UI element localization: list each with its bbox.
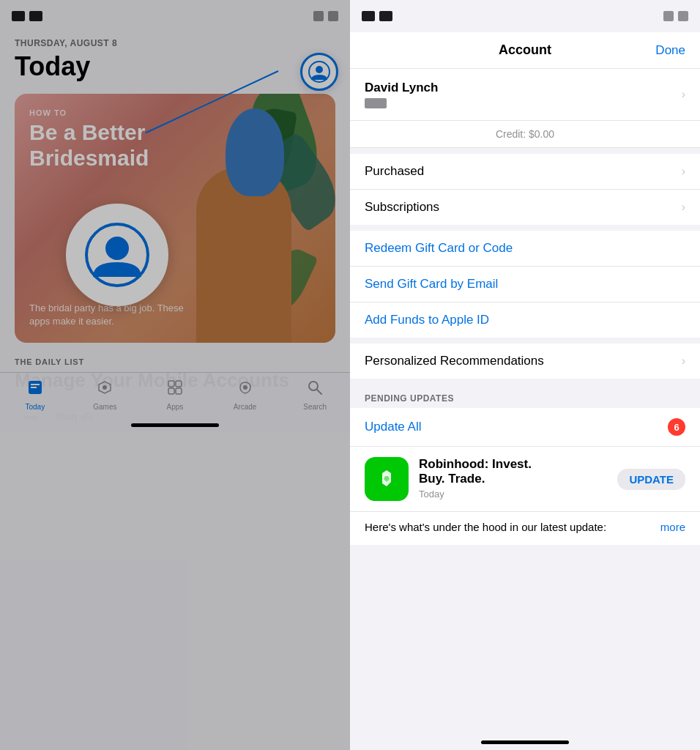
- subscriptions-label: Subscriptions: [365, 200, 439, 215]
- purchases-section: Purchased › Subscriptions ›: [350, 154, 700, 225]
- status-right-icons: [663, 11, 688, 21]
- wifi-icon-right: [678, 11, 688, 21]
- robinhood-icon-svg: [373, 466, 400, 492]
- robinhood-name-line1: Robinhood: Invest.: [419, 457, 607, 472]
- pending-header: PENDING UPDATES: [350, 385, 700, 408]
- purchased-row[interactable]: Purchased ›: [350, 154, 700, 190]
- status-bar-right: [350, 0, 700, 32]
- right-panel: Account Done David Lynch › Credit: $0.00…: [350, 0, 700, 750]
- redeem-label: Redeem Gift Card or Code: [365, 241, 513, 256]
- user-row-chevron: ›: [682, 88, 685, 101]
- blue-actions-section: Redeem Gift Card or Code Send Gift Card …: [350, 231, 700, 338]
- subscriptions-row[interactable]: Subscriptions ›: [350, 190, 700, 225]
- recommendations-label: Personalized Recommendations: [365, 354, 544, 368]
- done-button[interactable]: Done: [655, 43, 685, 58]
- redeem-row[interactable]: Redeem Gift Card or Code: [350, 231, 700, 267]
- recommendations-section: Personalized Recommendations ›: [350, 344, 700, 379]
- robinhood-name-line2: Buy. Trade.: [419, 472, 607, 486]
- account-header-title: Account: [499, 42, 551, 58]
- recommendations-row[interactable]: Personalized Recommendations ›: [350, 344, 700, 379]
- subscriptions-chevron: ›: [682, 201, 685, 214]
- update-count-badge: 6: [668, 418, 685, 436]
- send-gift-label: Send Gift Card by Email: [365, 277, 498, 292]
- status-square-r2: [379, 11, 392, 21]
- account-scroll[interactable]: David Lynch › Credit: $0.00 Purchased › …: [350, 69, 700, 748]
- robinhood-info: Robinhood: Invest. Buy. Trade. Today: [419, 457, 607, 500]
- recommendations-chevron: ›: [682, 354, 685, 368]
- robinhood-app-icon: [365, 457, 409, 501]
- left-overlay: [0, 0, 350, 750]
- user-info-section: David Lynch › Credit: $0.00: [350, 69, 700, 148]
- status-icons-right: [362, 11, 392, 21]
- robinhood-update-row: Robinhood: Invest. Buy. Trade. Today UPD…: [350, 447, 700, 512]
- update-description-row: Here's what's under the hood in our late…: [350, 512, 700, 545]
- update-all-label: Update All: [365, 420, 422, 434]
- user-name: David Lynch: [365, 81, 438, 95]
- user-info: David Lynch: [365, 81, 438, 108]
- more-link[interactable]: more: [660, 519, 685, 535]
- send-gift-row[interactable]: Send Gift Card by Email: [350, 267, 700, 302]
- home-indicator-right: [481, 740, 569, 744]
- signal-icon-right: [663, 11, 674, 21]
- robinhood-update-date: Today: [419, 489, 607, 500]
- update-description-text: Here's what's under the hood in our late…: [365, 519, 606, 535]
- credit-row: Credit: $0.00: [350, 121, 700, 148]
- user-avatar-bar: [365, 98, 387, 108]
- add-funds-row[interactable]: Add Funds to Apple ID: [350, 302, 700, 338]
- account-header: Account Done: [350, 32, 700, 69]
- robinhood-update-button[interactable]: UPDATE: [617, 469, 685, 490]
- status-square-r1: [362, 11, 375, 21]
- update-all-row[interactable]: Update All 6: [350, 408, 700, 447]
- left-panel: THURSDAY, AUGUST 8 Today HOW TO Be a Bet…: [0, 0, 350, 750]
- purchased-label: Purchased: [365, 164, 424, 179]
- user-row[interactable]: David Lynch ›: [350, 69, 700, 121]
- purchased-chevron: ›: [682, 165, 685, 178]
- add-funds-label: Add Funds to Apple ID: [365, 313, 489, 327]
